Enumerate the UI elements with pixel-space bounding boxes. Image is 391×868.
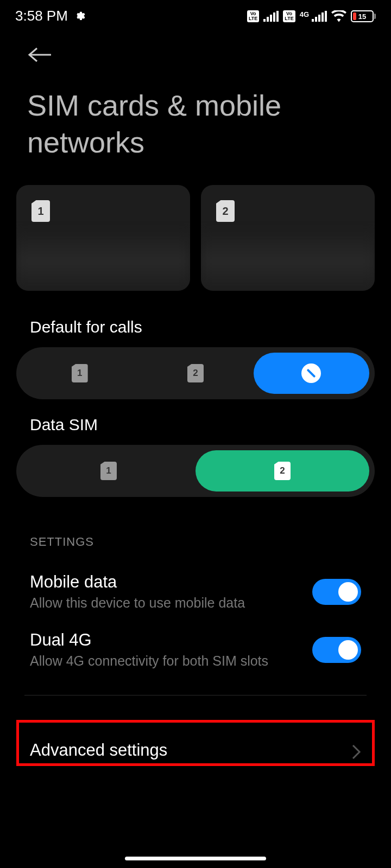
highlight-annotation <box>16 720 375 766</box>
status-bar: 3:58 PM VoLTE VoLTE 4G 15 <box>0 0 391 30</box>
volte-icon: VoLTE <box>247 10 259 22</box>
sim-icon-2: 2 <box>216 200 235 222</box>
volte-icon-2: VoLTE <box>283 10 295 22</box>
signal-icon <box>263 11 279 22</box>
sim-info-blurred <box>16 231 190 291</box>
mobile-data-toggle[interactable] <box>312 579 361 605</box>
network-type: 4G <box>300 10 309 18</box>
dual-4g-row[interactable]: Dual 4G Allow 4G connectivity for both S… <box>0 621 391 679</box>
sim-icon-1: 1 <box>31 200 50 222</box>
deny-icon <box>301 363 321 383</box>
back-button[interactable] <box>0 30 391 76</box>
status-icons: VoLTE VoLTE 4G 15 <box>247 10 376 22</box>
calls-option-none[interactable] <box>254 353 369 394</box>
data-option-sim1[interactable]: 1 <box>22 450 195 492</box>
calls-option-sim1[interactable]: 1 <box>22 353 137 394</box>
sim-info-blurred <box>201 231 375 291</box>
sim-card-1[interactable]: 1 <box>16 185 190 291</box>
status-time: 3:58 PM <box>15 8 68 24</box>
calls-option-sim2[interactable]: 2 <box>137 353 253 394</box>
dual-4g-toggle[interactable] <box>312 637 361 663</box>
data-sim-label: Data SIM <box>0 399 391 445</box>
settings-icon <box>73 10 85 22</box>
mobile-data-subtitle: Allow this device to use mobile data <box>30 595 312 611</box>
signal-icon-2 <box>312 11 327 22</box>
advanced-settings-row[interactable]: Advanced settings <box>0 720 391 780</box>
sim-card-2[interactable]: 2 <box>201 185 375 291</box>
data-option-sim2[interactable]: 2 <box>195 450 369 492</box>
default-calls-label: Default for calls <box>0 302 391 347</box>
data-sim-selector: 1 2 <box>16 445 375 497</box>
dual-4g-subtitle: Allow 4G connectivity for both SIM slots <box>30 653 312 669</box>
settings-section-header: SETTINGS <box>0 497 391 563</box>
divider <box>24 695 367 695</box>
mobile-data-row[interactable]: Mobile data Allow this device to use mob… <box>0 563 391 621</box>
home-indicator[interactable] <box>125 857 266 860</box>
mobile-data-title: Mobile data <box>30 572 312 592</box>
dual-4g-title: Dual 4G <box>30 630 312 650</box>
page-title: SIM cards & mobile networks <box>0 76 391 177</box>
default-calls-selector: 1 2 <box>16 347 375 399</box>
battery-icon: 15 <box>351 10 376 22</box>
wifi-icon <box>331 10 346 22</box>
